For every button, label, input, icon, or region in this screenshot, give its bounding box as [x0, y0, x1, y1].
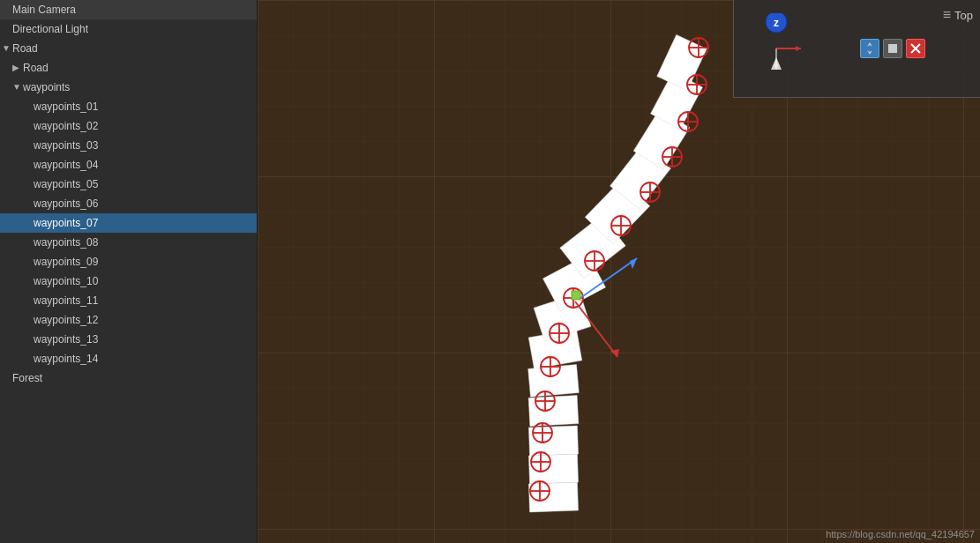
sidebar-item-main-camera[interactable]: Main Camera [0, 0, 257, 19]
tree-label: waypoints_14 [34, 351, 253, 367]
orientation-gizmo[interactable]: z [741, 13, 812, 84]
sidebar-item-waypoints-04[interactable]: waypoints_04 [0, 155, 257, 175]
sidebar-item-waypoints-07[interactable]: waypoints_07 [0, 213, 257, 233]
tree-arrow: ▶ [12, 60, 23, 76]
sidebar-item-waypoints-root[interactable]: ▼ waypoints [0, 78, 257, 97]
sidebar-item-waypoints-13[interactable]: waypoints_13 [0, 330, 257, 349]
tree-label: waypoints_09 [34, 254, 253, 270]
tree-label: waypoints_04 [34, 157, 253, 173]
tree-label: waypoints_08 [34, 234, 253, 250]
svg-rect-71 [888, 44, 897, 53]
sidebar-item-waypoints-03[interactable]: waypoints_03 [0, 136, 257, 155]
sidebar-item-directional-light[interactable]: Directional Light [0, 19, 257, 39]
sidebar-item-road-child[interactable]: ▶ Road [0, 58, 257, 78]
scene-toolbar [812, 39, 973, 58]
sidebar-item-waypoints-05[interactable]: waypoints_05 [0, 175, 257, 194]
rect-tool-button[interactable] [883, 39, 902, 58]
close-tool-button[interactable] [906, 39, 925, 58]
tree-label: Main Camera [12, 2, 253, 18]
tree-label: waypoints_11 [34, 293, 253, 309]
sidebar-item-waypoints-12[interactable]: waypoints_12 [0, 310, 257, 330]
sidebar-item-waypoints-09[interactable]: waypoints_09 [0, 252, 257, 272]
sidebar-item-forest[interactable]: Forest [0, 368, 257, 388]
svg-marker-66 [796, 46, 801, 51]
tree-label: waypoints_01 [34, 99, 253, 115]
menu-lines-icon: ≡ [943, 7, 951, 23]
tree-label: waypoints_12 [34, 312, 253, 328]
svg-marker-70 [867, 42, 872, 55]
tree-label: waypoints_05 [34, 176, 253, 192]
sidebar-item-waypoints-10[interactable]: waypoints_10 [0, 272, 257, 291]
sidebar-item-waypoints-02[interactable]: waypoints_02 [0, 116, 257, 136]
svg-text:z: z [774, 17, 779, 29]
tree-label: Directional Light [12, 21, 253, 37]
tree-label: waypoints_07 [34, 215, 253, 231]
view-label: ≡ Top [943, 7, 973, 23]
scene-viewport[interactable]: z [258, 0, 980, 543]
sidebar-item-waypoints-14[interactable]: waypoints_14 [0, 349, 257, 368]
tree-label: waypoints_10 [34, 273, 253, 289]
tree-arrow: ▼ [2, 41, 12, 56]
tree-label: Forest [12, 370, 253, 386]
view-name-text: Top [954, 9, 973, 22]
tree-label: waypoints_06 [34, 196, 253, 212]
tree-label: waypoints_13 [34, 331, 253, 347]
tree-label: waypoints_03 [34, 138, 253, 153]
tree-arrow: ▼ [12, 79, 23, 95]
move-tool-button[interactable] [860, 39, 879, 58]
sidebar-item-road-root[interactable]: ▼ Road [0, 39, 257, 58]
svg-marker-69 [771, 57, 782, 70]
sidebar-item-waypoints-06[interactable]: waypoints_06 [0, 194, 257, 213]
sidebar-item-waypoints-01[interactable]: waypoints_01 [0, 97, 257, 116]
tree-label: waypoints_02 [34, 118, 253, 134]
tree-label: Road [12, 41, 253, 56]
tree-label: Road [23, 60, 253, 76]
sidebar-item-waypoints-11[interactable]: waypoints_11 [0, 291, 257, 310]
watermark-text: https://blog.csdn.net/qq_42194657 [826, 529, 975, 539]
gizmo-panel: z [733, 0, 980, 98]
sidebar-item-waypoints-08[interactable]: waypoints_08 [0, 233, 257, 252]
tree-label: waypoints [23, 79, 253, 95]
hierarchy-panel: Main Camera Directional Light ▼ Road ▶ R… [0, 0, 258, 543]
